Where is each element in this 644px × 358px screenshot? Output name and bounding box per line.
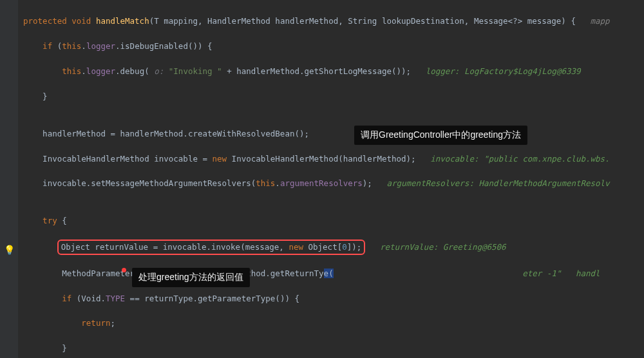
code-line: InvocableHandlerMethod invocable = new I… <box>23 153 644 165</box>
code-line: } <box>23 90 644 102</box>
code-editor[interactable]: protected void handleMatch(T mapping, Ha… <box>0 0 644 358</box>
code-line: return; <box>23 317 644 329</box>
annotation-tooltip-1: 调用GreetingController中的greeting方法 <box>354 126 527 145</box>
code-line: } <box>23 342 644 354</box>
code-line: Object returnValue = invocable.invoke(me… <box>23 240 644 254</box>
lightbulb-icon[interactable]: 💡 <box>4 243 15 258</box>
annotation-tooltip-2: 处理greeting方法的返回值 <box>132 268 250 287</box>
editor-gutter <box>0 0 18 358</box>
code-line: try { <box>23 214 644 227</box>
code-line: if (this.logger.isDebugEnabled()) { <box>23 40 644 52</box>
code-line: MethodParameter returnType = handlerMeth… <box>23 267 644 279</box>
breakpoint-dot-icon[interactable] <box>122 268 126 272</box>
code-line: protected void handleMatch(T mapping, Ha… <box>23 15 644 27</box>
highlight-box-invoke: Object returnValue = invocable.invoke(me… <box>57 240 366 254</box>
code-line: handlerMethod = handlerMethod.createWith… <box>23 127 644 140</box>
code-line: if (Void.TYPE == returnType.getParameter… <box>23 292 644 305</box>
code-line: invocable.setMessageMethodArgumentResolv… <box>23 177 644 189</box>
code-line: this.logger.debug( o: "Invoking " + hand… <box>23 65 644 77</box>
